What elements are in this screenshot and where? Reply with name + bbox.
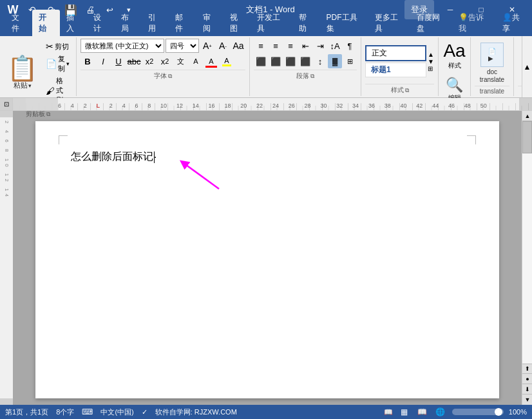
bullet-list-button[interactable]: ≡ [254,39,268,53]
paragraph-group-label: 段落⧉ [254,70,357,81]
font-size-select[interactable]: 四号 [166,39,199,53]
highlight-button[interactable]: A [189,54,203,68]
view-web-button[interactable]: 🌐 [434,407,447,417]
decrease-font-button[interactable]: A- [216,39,230,53]
doc-translate-button[interactable]: 📄▶ doc translate [475,39,509,86]
tab-layout[interactable]: 布局 [115,10,142,36]
scroll-select-button[interactable]: ● [522,374,532,384]
clear-format-button[interactable]: Aa [231,39,245,53]
cut-button[interactable]: ✂ 剪切 [43,40,72,53]
scroll-up-button[interactable]: ▲ [522,111,532,121]
copy-button[interactable]: 📄 复制 ▾ [43,53,72,75]
tab-developer[interactable]: 开发工具 [251,10,292,36]
tab-references[interactable]: 引用 [142,10,169,36]
font-group-label: 字体⧉ [81,70,245,81]
tab-file[interactable]: 文件 [5,10,32,36]
line-spacing-button[interactable]: ↕ [313,54,327,68]
style-icon: Aa [443,41,465,61]
zoom-level: 100% [509,408,527,416]
status-bar: 第1页，共1页 8个字 ⌨ 中文(中国) ✓ 软件自学网: RJZXW.COM … [0,405,532,419]
sort-button[interactable]: ↕A [328,39,342,53]
align-right-button[interactable]: ⬛ [283,54,298,68]
shading-button[interactable]: A [220,54,234,68]
main-area: 2 4 6 8 10 12 14 怎么删除后面标记· [0,111,532,405]
superscript-button[interactable]: x2 [158,54,172,68]
document-text: 怎么删除后面标记 [71,151,153,162]
style-heading1[interactable]: 标题1 [365,63,426,77]
bookmark-icon: 📖 [384,408,393,416]
style-up-button[interactable]: ▲ [428,51,434,58]
scroll-down-button[interactable]: ▼ [522,395,532,405]
paste-label: 粘贴▾ [14,81,32,90]
subscript-button[interactable]: x2 [142,54,157,68]
scroll-page-up-button[interactable]: ⬆ [522,364,532,374]
tab-view[interactable]: 视图 [223,10,251,36]
zoom-slider[interactable] [452,409,504,415]
vertical-ruler-numbers: 2 4 6 8 10 12 14 [0,117,13,398]
font-row1: 微软雅黑 (中文正文) 四号 A+ A- Aa [81,39,245,53]
edit-group: Aa 样式 🔍 编辑 [439,37,471,96]
border-button[interactable]: ⊞ [343,54,357,68]
style-large-button[interactable]: Aa 样式 [440,39,468,72]
clipboard-group: 📋 粘贴▾ ✂ 剪切 📄 复制 ▾ 🖌 格式刷 [0,37,77,96]
scroll-thumb[interactable] [522,121,532,153]
ruler-corner[interactable]: ⊡ [0,98,13,111]
spell-check-icon: ✓ [142,408,147,416]
zoom-thumb[interactable] [495,408,502,416]
font-color-button[interactable]: A [204,54,218,68]
multilevel-list-button[interactable]: ≡ [283,39,298,53]
increase-indent-button[interactable]: ⇥ [313,39,327,53]
style-down-button[interactable]: ▼ [428,58,434,65]
align-center-button[interactable]: ⬛ [269,54,283,68]
ruler: ⊡ 642L 246810 1214161820 2224262830 3234… [0,98,532,111]
shading-para-button[interactable]: ▓ [328,54,342,68]
tab-insert[interactable]: 插入 [60,10,87,36]
tab-more[interactable]: 更多工具 [368,10,410,36]
style-label: 样式 [448,61,461,70]
view-reading-button[interactable]: 📖 [416,407,429,417]
paragraph-row2: ⬛ ⬛ ⬛ ⬛ ↕ ▓ ⊞ [254,54,357,68]
style-expand-button[interactable]: ⊞ [428,65,434,72]
tab-home[interactable]: 开始 [32,10,59,36]
document-content[interactable]: 怎么删除后面标记· [71,150,464,164]
ruler-scale: 642L 246810 1214161820 2224262830 323436… [13,98,532,110]
tab-baidu[interactable]: 百度网盘 [410,10,452,36]
font-group: 微软雅黑 (中文正文) 四号 A+ A- Aa B I U abc x2 x2 … [77,37,250,96]
bold-button[interactable]: B [81,54,95,68]
tab-review[interactable]: 审阅 [196,10,223,36]
document-area[interactable]: 怎么删除后面标记· [13,111,522,405]
style-group: 正文 标题1 ▲ ▼ ⊞ 样式⧉ [361,37,439,96]
justify-button[interactable]: ⬛ [298,54,312,68]
strikethrough-button[interactable]: abc [127,54,141,68]
paste-button[interactable]: 📋 粘贴▾ [3,39,42,108]
tab-pdf[interactable]: PDF工具集 [320,10,369,36]
show-marks-button[interactable]: ¶ [343,39,357,53]
scroll-track [522,121,532,364]
font-name-select[interactable]: 微软雅黑 (中文正文) [81,39,164,53]
decrease-indent-button[interactable]: ⇤ [298,39,312,53]
page: 怎么删除后面标记· [35,121,499,398]
number-list-button[interactable]: ≡ [269,39,283,53]
doc-translate-label: doc translate [479,68,505,84]
page-info: 第1页，共1页 [5,407,48,417]
scroll-page-down-button[interactable]: ⬇ [522,384,532,395]
shading-indicator [222,64,231,66]
edit-content: Aa 样式 🔍 编辑 [442,39,466,104]
ruler-numbers: 642L 246810 1214161820 2224262830 323436… [13,98,532,110]
tab-design[interactable]: 设计 [87,10,114,36]
align-left-button[interactable]: ⬛ [254,54,268,68]
style-normal[interactable]: 正文 [365,45,426,61]
italic-button[interactable]: I [96,54,110,68]
corner-mark-tr [467,135,476,144]
phonetic-button[interactable]: 文 [173,54,187,68]
underline-button[interactable]: U [111,54,126,68]
tab-mailings[interactable]: 邮件 [169,10,196,36]
font-color-icon: A [209,57,213,65]
tab-tell-me[interactable]: 💡告诉我 [452,10,496,36]
ribbon-scroll-button[interactable]: ▲ [522,36,532,97]
style-list: 正文 标题1 [365,45,426,77]
tab-share[interactable]: 👤共享 [496,10,532,36]
view-normal-button[interactable]: ▦ [398,407,411,417]
increase-font-button[interactable]: A+ [200,39,214,53]
tab-help[interactable]: 帮助 [292,10,319,36]
